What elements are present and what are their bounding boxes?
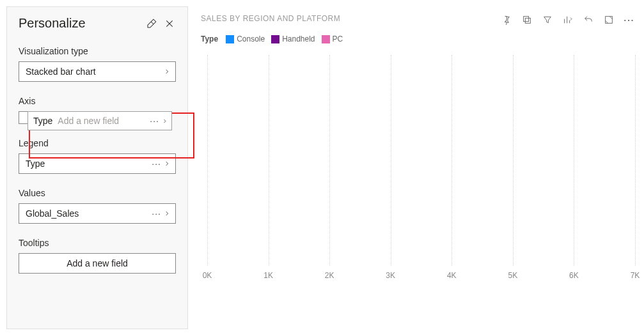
x-tick-label: 4K — [447, 271, 457, 280]
personalize-icon[interactable] — [562, 14, 574, 26]
filter-icon[interactable] — [542, 14, 553, 26]
x-tick-label: 0K — [203, 271, 212, 280]
x-tick-label: 2K — [325, 271, 334, 280]
legend-item[interactable]: PC — [322, 35, 343, 43]
values-group: Values Global_Sales ··· — [19, 188, 176, 224]
erase-icon[interactable] — [145, 17, 158, 30]
chevron-right-icon — [162, 117, 168, 125]
pin-icon[interactable] — [501, 14, 512, 26]
grid-line — [635, 55, 636, 266]
legend-field[interactable]: Type ··· — [19, 153, 176, 174]
close-icon[interactable] — [163, 17, 176, 30]
chart-title: SALES BY REGION AND PLATFORM — [201, 14, 501, 23]
visualization-type-select[interactable]: Stacked bar chart — [19, 61, 176, 82]
axis-field-dragging[interactable]: Type Add a new field ··· — [27, 111, 172, 130]
grid-line — [513, 55, 514, 266]
grid-line — [269, 55, 269, 266]
visualization-type-value: Stacked bar chart — [26, 66, 164, 77]
grid-line — [329, 55, 330, 266]
x-tick-label: 1K — [263, 271, 273, 280]
legend-item-label: Handheld — [282, 35, 315, 43]
legend-item[interactable]: Handheld — [271, 35, 315, 43]
visualization-type-group: Visualization type Stacked bar chart — [19, 46, 176, 82]
more-icon[interactable]: ··· — [149, 208, 164, 219]
chevron-right-icon — [164, 159, 170, 168]
background-thumbnail-strip — [194, 309, 644, 333]
swatch-icon — [271, 35, 279, 43]
chevron-right-icon — [164, 67, 170, 76]
chart-area: 0K1K2K3K4K5K6K7K — [207, 55, 635, 285]
values-label: Values — [19, 188, 176, 198]
swatch-icon — [322, 35, 330, 43]
axis-field-value: Type — [33, 116, 52, 126]
values-field[interactable]: Global_Sales ··· — [19, 203, 176, 224]
legend-label: Legend — [19, 138, 176, 148]
copy-icon[interactable] — [521, 14, 533, 26]
legend-field-value: Type — [26, 159, 149, 169]
focus-mode-icon[interactable] — [603, 14, 615, 26]
x-tick-label: 7K — [631, 271, 640, 280]
x-tick-label: 3K — [386, 271, 395, 280]
chevron-right-icon — [164, 209, 170, 218]
visual-toolbar: ··· — [501, 14, 635, 26]
visualization-pane: SALES BY REGION AND PLATFORM ··· Type Co… — [194, 0, 644, 333]
axis-label: Axis — [19, 96, 176, 106]
more-icon[interactable]: ··· — [147, 116, 162, 126]
personalize-panel: Personalize Visualization type Stacked b… — [6, 6, 188, 329]
more-icon[interactable]: ··· — [149, 159, 164, 169]
grid-line — [207, 55, 208, 266]
grid-line — [452, 55, 452, 266]
panel-title: Personalize — [19, 16, 140, 31]
swatch-icon — [226, 35, 234, 43]
legend-item-label: PC — [333, 35, 343, 43]
more-options-icon[interactable]: ··· — [624, 14, 635, 26]
x-tick-label: 6K — [569, 271, 579, 280]
legend-item-label: Console — [237, 35, 265, 43]
axis-field-placeholder: Add a new field — [58, 116, 147, 126]
grid-line — [391, 55, 391, 266]
legend-group: Legend Type ··· — [19, 138, 176, 174]
legend-title: Type — [201, 35, 218, 43]
x-tick-label: 5K — [508, 271, 518, 280]
undo-icon[interactable] — [583, 14, 594, 26]
chart-legend: Type Console Handheld PC — [201, 35, 635, 43]
values-field-value: Global_Sales — [26, 208, 149, 219]
plot-area — [207, 55, 635, 266]
axis-group: Axis Type Add a new field ··· — [19, 96, 176, 124]
svg-rect-1 — [524, 17, 529, 22]
svg-rect-2 — [606, 17, 613, 24]
visualization-type-label: Visualization type — [19, 46, 176, 56]
grid-line — [574, 55, 574, 266]
add-tooltip-field-button[interactable]: Add a new field — [19, 253, 176, 274]
svg-rect-0 — [525, 18, 530, 23]
tooltips-label: Tooltips — [19, 238, 176, 248]
tooltips-group: Tooltips Add a new field — [19, 238, 176, 274]
legend-item[interactable]: Console — [226, 35, 265, 43]
